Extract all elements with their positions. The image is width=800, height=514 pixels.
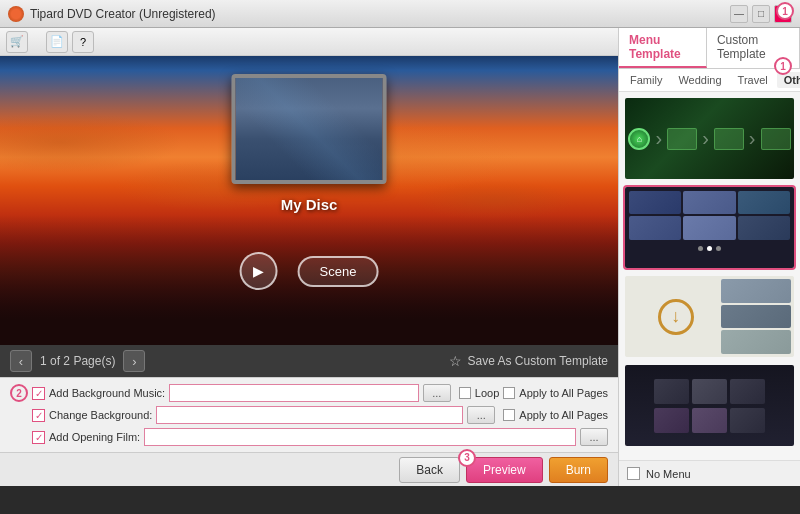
loop-label: Loop [475, 387, 499, 399]
template-4-preview [625, 365, 794, 446]
change-bg-row: Change Background: ... Apply to All Page… [10, 406, 608, 424]
bg-music-browse[interactable]: ... [423, 384, 451, 402]
help-icon[interactable]: ? [72, 31, 94, 53]
next-page-button[interactable]: › [123, 350, 145, 372]
right-badge-1: 1 [774, 57, 792, 75]
preview-area: 🛒 1 📄 ? My Disc ▶ Scene ‹ 1 of 2 Page(s) [0, 28, 618, 486]
apply-all-pages-label-2: Apply to All Pages [519, 409, 608, 421]
opening-film-input[interactable] [144, 428, 576, 446]
change-bg-input[interactable] [156, 406, 463, 424]
template-item-2[interactable] [623, 185, 796, 270]
maximize-button[interactable]: □ [752, 5, 770, 23]
app-logo [8, 6, 24, 22]
loop-checkbox[interactable] [459, 387, 471, 399]
grid-cell-4 [629, 216, 681, 239]
play-button[interactable]: ▶ [240, 252, 278, 290]
title-bar: Tipard DVD Creator (Unregistered) — □ ✕ [0, 0, 800, 28]
category-family[interactable]: Family [623, 72, 669, 88]
template-tabs: Menu Template Custom Template 1 [619, 28, 800, 69]
no-menu-checkbox[interactable] [627, 467, 640, 480]
burn-button[interactable]: Burn [549, 457, 608, 483]
pagination-bar: ‹ 1 of 2 Page(s) › ☆ Save As Custom Temp… [0, 345, 618, 377]
back-button[interactable]: Back [399, 457, 460, 483]
apply-all-pages-checkbox-2[interactable] [503, 409, 515, 421]
dot-3 [716, 246, 721, 251]
grid-cell-6 [738, 216, 790, 239]
preview-buttons: ▶ Scene [240, 252, 379, 290]
change-bg-label: Change Background: [49, 409, 152, 421]
preview-button[interactable]: Preview [466, 457, 543, 483]
bg-music-checkbox[interactable] [32, 387, 45, 400]
opening-film-label: Add Opening Film: [49, 431, 140, 443]
template-item-4[interactable] [623, 363, 796, 448]
disc-thumbnail [232, 74, 387, 184]
right-panel-bottom: No Menu [619, 460, 800, 486]
template-list: ⌂ › › › [619, 92, 800, 460]
toolbar: 🛒 1 📄 ? [0, 28, 618, 56]
grid-cell-3 [738, 191, 790, 214]
template-item-3[interactable]: ↓ [623, 274, 796, 359]
dot-1 [698, 246, 703, 251]
category-travel[interactable]: Travel [731, 72, 775, 88]
disc-title: My Disc [281, 196, 338, 213]
action-buttons: Back 3 Preview Burn [399, 457, 608, 483]
download-circle: ↓ [658, 299, 694, 335]
dot-2 [707, 246, 712, 251]
grid-cell-5 [683, 216, 735, 239]
bg-music-extras: Loop Apply to All Pages [459, 387, 608, 399]
change-bg-checkbox[interactable] [32, 409, 45, 422]
apply-all-pages-checkbox-1[interactable] [503, 387, 515, 399]
prev-page-button[interactable]: ‹ [10, 350, 32, 372]
no-menu-label: No Menu [646, 468, 691, 480]
category-wedding[interactable]: Wedding [671, 72, 728, 88]
change-bg-browse[interactable]: ... [467, 406, 495, 424]
opening-film-row: Add Opening Film: ... [10, 428, 608, 446]
file-icon[interactable]: 📄 [46, 31, 68, 53]
bg-music-label: Add Background Music: [49, 387, 165, 399]
preview-canvas: My Disc ▶ Scene [0, 56, 618, 345]
bottom-bar: Back 3 Preview Burn [0, 452, 618, 486]
scene-button[interactable]: Scene [298, 256, 379, 287]
opening-film-checkbox[interactable] [32, 431, 45, 444]
app-title: Tipard DVD Creator (Unregistered) [30, 7, 730, 21]
settings-bar: 2 Add Background Music: ... Loop Apply t… [0, 377, 618, 452]
template-3-preview: ↓ [625, 276, 794, 357]
step-3-badge: 3 [458, 449, 476, 467]
change-bg-extras: Apply to All Pages [503, 409, 608, 421]
badge-1: 1 [776, 2, 794, 20]
save-custom-button[interactable]: ☆ Save As Custom Template [449, 353, 608, 369]
template-2-bottom [625, 244, 794, 253]
right-panel: Menu Template Custom Template 1 Family W… [618, 28, 800, 486]
menu-template-tab[interactable]: Menu Template [619, 28, 707, 68]
minimize-button[interactable]: — [730, 5, 748, 23]
disc-thumbnail-inner [236, 78, 383, 180]
star-icon: ☆ [449, 353, 462, 369]
bg-music-input[interactable] [169, 384, 419, 402]
page-info: 1 of 2 Page(s) [40, 354, 115, 368]
grid-cell-1 [629, 191, 681, 214]
category-tabs: Family Wedding Travel Others ▶ [619, 69, 800, 92]
opening-film-browse[interactable]: ... [580, 428, 608, 446]
cart-icon[interactable]: 🛒 [6, 31, 28, 53]
bg-music-row: 2 Add Background Music: ... Loop Apply t… [10, 384, 608, 402]
grid-cell-2 [683, 191, 735, 214]
template-2-grid [625, 187, 794, 244]
template-1-preview: ⌂ › › › [625, 98, 794, 179]
apply-all-pages-label-1: Apply to All Pages [519, 387, 608, 399]
template-2-preview [625, 187, 794, 268]
main-layout: 🛒 1 📄 ? My Disc ▶ Scene ‹ 1 of 2 Page(s) [0, 28, 800, 486]
step-2-badge: 2 [10, 384, 28, 402]
template-item-1[interactable]: ⌂ › › › [623, 96, 796, 181]
